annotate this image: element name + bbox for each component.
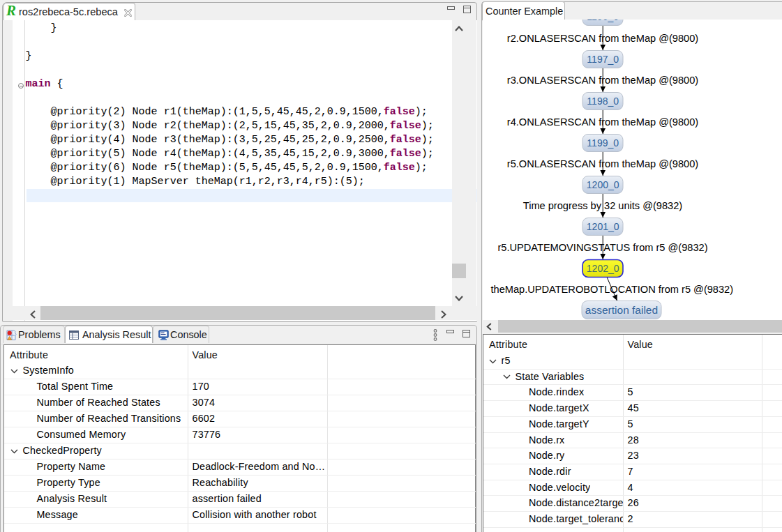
svg-text:1198_0: 1198_0	[587, 96, 619, 107]
svg-text:theMap.UPDATEROBOTLOCATION fro: theMap.UPDATEROBOTLOCATION from r5 @(983…	[491, 284, 734, 295]
svg-text:Time progress by 32 units @(98: Time progress by 32 units @(9832)	[523, 200, 682, 211]
svg-text:r5.ONLASERSCAN from theMap @(9: r5.ONLASERSCAN from theMap @(9800)	[507, 158, 698, 169]
svg-text:1197_0: 1197_0	[587, 54, 619, 65]
svg-text:1201_0: 1201_0	[587, 221, 619, 232]
svg-text:1196_0: 1196_0	[587, 20, 619, 22]
svg-text:1199_0: 1199_0	[587, 137, 619, 149]
svg-text:1202_0: 1202_0	[587, 263, 619, 274]
svg-text:1200_0: 1200_0	[587, 179, 619, 190]
svg-text:r5.UPDATEMOVINGSTATUS from r5: r5.UPDATEMOVINGSTATUS from r5 @(9832)	[497, 242, 707, 253]
svg-text:r4.ONLASERSCAN from theMap @(9: r4.ONLASERSCAN from theMap @(9800)	[507, 116, 698, 128]
svg-text:r2.ONLASERSCAN from theMap @(9: r2.ONLASERSCAN from theMap @(9800)	[507, 33, 698, 44]
svg-text:r3.ONLASERSCAN from theMap @(9: r3.ONLASERSCAN from theMap @(9800)	[507, 75, 698, 86]
svg-text:assertion failed: assertion failed	[585, 304, 658, 316]
